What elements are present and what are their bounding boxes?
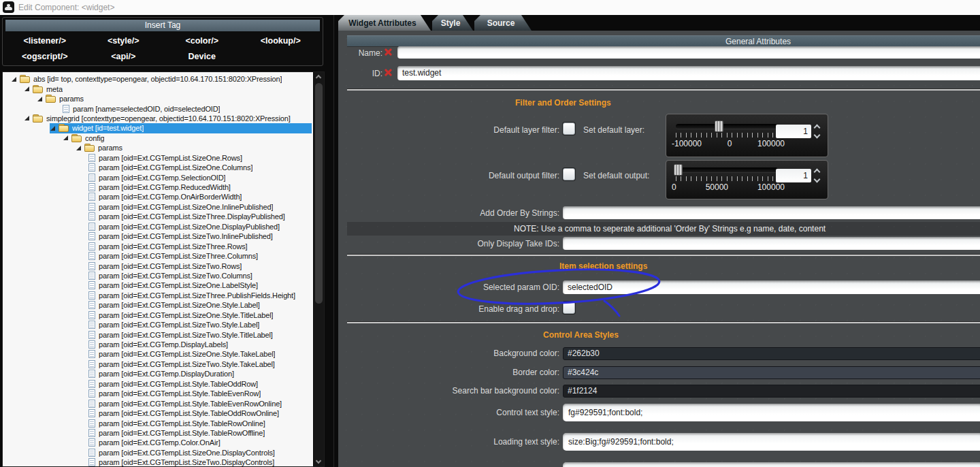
output-slider-handle[interactable] [674,164,683,176]
tree-item-content[interactable]: param [oid=Ext.CGTempList.SizeTwo.Style.… [88,320,312,329]
tree-expander-icon[interactable] [24,116,29,120]
tree-item[interactable]: config [4,133,312,143]
tree-item-content[interactable]: param [oid=Ext.CGTempList.SizeTwo.Displa… [88,457,312,466]
tree-item[interactable]: abs [id= top, contexttype=opengear, obje… [4,74,312,84]
tree-item-content[interactable]: param [oid=Ext.CGTempList.SizeThree.Disp… [88,212,312,221]
tree-item-content[interactable]: param [oid=Ext.CGTempList.SizeOne.Style.… [88,310,312,320]
tree-item[interactable]: params [4,94,312,103]
insert-tag-button[interactable]: <api/> [84,48,163,64]
tree-item[interactable]: param [oid=Ext.CGTempList.SizeTwo.Column… [4,271,312,280]
tree-item[interactable]: param [oid=Ext.CGTempList.SizeOne.LabelS… [4,280,312,290]
tree-item[interactable]: param [oid=Ext.CGTempList.SizeTwo.Inline… [4,231,312,241]
tree-item[interactable]: param [oid=Ext.CGTempList.Style.TableRow… [4,418,312,428]
tree-item[interactable]: param [oid=Ext.CGTempList.SizeOne.Style.… [4,349,312,359]
tree-item[interactable]: param [oid=Ext.CGTempList.SizeOne.Rows] [4,153,312,163]
tree-item[interactable]: param [oid=Ext.CGTempList.SizeTwo.Rows] [4,261,312,270]
tree-item[interactable]: param [oid=Ext.CGTempList.Style.TableEve… [4,398,312,408]
tree-item-content[interactable]: param [oid=Ext.CGTempList.Style.TableEve… [88,389,312,398]
tree-expander-icon[interactable] [37,97,42,101]
tree-item-content[interactable]: param [oid=Ext.CGTempList.SizeOne.Inline… [88,202,312,212]
tree-expander-icon[interactable] [76,146,81,150]
default-layer-filter-checkbox[interactable] [563,123,575,135]
tree-item[interactable]: param [oid=Ext.CGTempList.SizeOne.Style.… [4,300,312,310]
border-color-input[interactable]: #3c424c [563,366,980,379]
tab-widget-attributes[interactable]: Widget Attributes [338,15,431,31]
tree-item-content[interactable]: param [oid=Ext.CGTempList.Style.TableRow… [88,428,312,438]
tree-item[interactable]: param [oid=Ext.CGTemp.DisplayDuration] [4,369,312,379]
tree-item[interactable]: param [name=selectedOID, oid=selectedOID… [4,103,312,113]
tree-item[interactable]: param [oid=Ext.CGTemp.Color.OnAir] [4,438,312,447]
tree-item[interactable]: meta [4,84,312,93]
tree-item[interactable]: param [oid=Ext.CGTempList.Style.TableEve… [4,389,312,398]
tree-item[interactable]: param [oid=Ext.CGTempList.SizeTwo.Style.… [4,329,312,339]
tree-item-content[interactable]: param [oid=Ext.CGTemp.OnAirBorderWidth] [88,192,312,202]
tree-item-content[interactable]: param [oid=Ext.CGTempList.Style.TableOdd… [88,379,312,389]
tree-item-content[interactable]: param [oid=Ext.CGTempList.SizeOne.Style.… [88,349,312,359]
layer-spinner-arrows[interactable] [813,124,823,139]
default-output-filter-checkbox[interactable] [563,168,575,180]
take-ids-input[interactable] [563,237,980,250]
tree-item-content[interactable]: param [oid=Ext.CGTemp.ReducedWidth] [88,182,312,192]
tree-item-content[interactable]: param [oid=Ext.CGTempList.SizeTwo.Style.… [88,329,312,339]
spinner-up-icon[interactable] [814,125,821,131]
background-color-input[interactable]: #262b30 [563,347,980,360]
tree-item[interactable]: param [oid=Ext.CGTempList.SizeOne.Inline… [4,202,312,212]
tree-item[interactable]: param [oid=Ext.CGTemp.ReducedWidth] [4,182,312,192]
tree-item-content[interactable]: widget [id=test.widget] [50,123,312,133]
tree-item[interactable]: simplegrid [contexttype=opengear, object… [4,114,312,123]
output-value-spinner[interactable]: 1 [776,169,811,182]
tree-item-content[interactable]: param [oid=Ext.CGTempList.SizeThree.Rows… [88,241,312,251]
output-slider-track[interactable] [676,167,778,172]
tree-item-content[interactable]: param [oid=Ext.CGTemp.DisplayDuration] [88,369,312,379]
tree-item-content[interactable]: abs [id= top, contexttype=opengear, obje… [11,74,312,84]
tree-item-content[interactable]: param [oid=Ext.CGTempList.SizeOne.LabelS… [88,280,312,290]
tree-item-content[interactable]: config [63,133,312,143]
spinner-down-icon[interactable] [814,132,821,139]
tree-item[interactable]: param [oid=Ext.CGTempList.SizeThree.Disp… [4,212,312,221]
tree-expander-icon[interactable] [24,86,29,91]
tree-item-content[interactable]: param [oid=Ext.CGTempList.Style.TableOdd… [88,408,312,418]
tree-item-content[interactable]: param [oid=Ext.CGTemp.SelectionOID] [88,172,312,182]
tree-item[interactable]: param [oid=Ext.CGTempList.SizeThree.Publ… [4,291,312,300]
tree-item-content[interactable]: param [oid=Ext.CGTempList.SizeOne.Rows] [88,153,312,163]
drag-drop-checkbox[interactable] [563,302,575,314]
scroll-down-icon[interactable] [316,458,321,464]
output-spinner-arrows[interactable] [813,168,823,183]
tab-style[interactable]: Style [432,15,473,31]
tree-item-content[interactable]: params [76,143,312,152]
tree-item[interactable]: param [oid=Ext.CGTempList.Style.TableOdd… [4,408,312,418]
tree-item[interactable]: params [4,143,312,152]
tree-item[interactable]: param [oid=Ext.CGTempList.Style.TableOdd… [4,379,312,389]
control-text-style-input[interactable]: fg#929591;font:bold; [563,404,980,421]
tree-item-content[interactable]: simplegrid [contexttype=opengear, object… [24,114,312,123]
tree-item-content[interactable]: param [oid=Ext.CGTempList.SizeOne.Displa… [88,222,312,231]
tree-item[interactable]: param [oid=Ext.CGTempList.SizeOne.Column… [4,163,312,172]
insert-tag-button[interactable]: <listener/> [5,33,84,48]
tree-item-content[interactable]: param [oid=Ext.CGTempList.SizeTwo.Column… [88,271,312,280]
scrollbar-thumb[interactable] [315,83,323,304]
tree-item[interactable]: param [oid=Ext.CGTempList.SizeOne.Style.… [4,310,312,320]
insert-tag-button[interactable]: <lookup/> [242,33,321,48]
tree-item-content[interactable]: param [oid=Ext.CGTemp.DisplayLabels] [88,340,312,349]
insert-tag-button[interactable]: <style/> [84,33,163,48]
tree-item[interactable]: param [oid=Ext.CGTemp.DisplayLabels] [4,340,312,349]
tree-item-content[interactable]: param [oid=Ext.CGTempList.SizeOne.Column… [88,163,312,172]
insert-tag-button[interactable]: Device [163,48,242,64]
insert-tag-button[interactable]: <ogscript/> [5,48,84,64]
tree-item-content[interactable]: param [oid=Ext.CGTempList.SizeTwo.Rows] [88,261,312,270]
layer-value-spinner[interactable]: 1 [776,125,811,138]
layer-slider-handle[interactable] [715,120,723,132]
tree-item-content[interactable]: param [oid=Ext.CGTempList.SizeThree.Colu… [88,251,312,261]
spinner-down-icon[interactable] [814,176,821,183]
tree-item[interactable]: widget [id=test.widget] [4,123,312,133]
order-by-input[interactable] [563,206,980,219]
tree-item-content[interactable]: param [oid=Ext.CGTempList.SizeTwo.Inline… [88,231,312,241]
layer-slider-track[interactable] [676,124,778,129]
tree-item[interactable]: param [oid=Ext.CGTemp.OnAirBorderWidth] [4,192,312,202]
tree-item-content[interactable]: params [37,94,312,103]
clipped-bottom-input[interactable] [563,462,980,467]
tree-item[interactable]: param [oid=Ext.CGTemp.SelectionOID] [4,172,312,182]
tree-item[interactable]: param [oid=Ext.CGTempList.SizeTwo.Displa… [4,457,312,466]
scroll-up-icon[interactable] [316,75,321,80]
tree-item[interactable]: param [oid=Ext.CGTempList.SizeThree.Rows… [4,241,312,251]
